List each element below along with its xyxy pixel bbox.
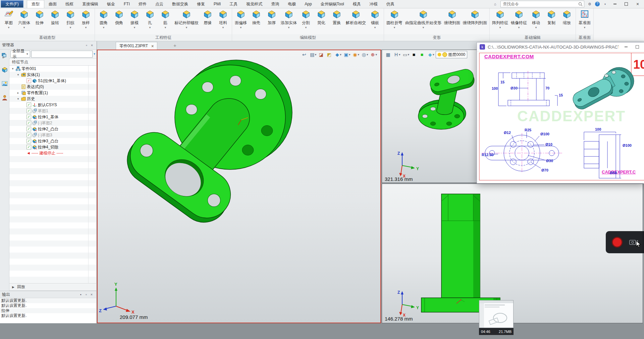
menu-tab-PMI[interactable]: PMI bbox=[209, 0, 225, 8]
model-3d-isometric[interactable]: Y X Z bbox=[98, 50, 382, 323]
dropdown-arrow-icon[interactable]: ▾ bbox=[222, 26, 224, 29]
visibility-checkbox[interactable]: ✓ bbox=[26, 78, 31, 83]
viewport-layout-icon[interactable]: ▦ bbox=[385, 51, 391, 58]
ribbon-button-孔[interactable]: 孔▾ bbox=[143, 9, 157, 30]
ribbon-button-阵列特征[interactable]: 阵列特征▾ bbox=[491, 9, 509, 30]
ribbon-button-缩放[interactable]: 缩放▾ bbox=[559, 9, 574, 30]
recording-preview-thumbnail[interactable] bbox=[479, 300, 514, 328]
fw-maximize-button[interactable] bbox=[633, 44, 642, 50]
menu-tab-钣金[interactable]: 钣金 bbox=[103, 0, 119, 8]
dropdown-arrow-icon[interactable]: ▾ bbox=[518, 26, 520, 29]
tree-node-实体(1)[interactable]: ▾实体(1) bbox=[9, 72, 96, 78]
tree-node-表达式(0)[interactable]: Σ表达式(0) bbox=[9, 84, 96, 90]
dropdown-arrow-icon[interactable]: ▾ bbox=[186, 26, 187, 29]
dropdown-arrow-icon[interactable]: ▾ bbox=[305, 26, 307, 29]
menu-tab-App[interactable]: App bbox=[300, 0, 316, 8]
dropdown-arrow-icon[interactable]: ▾ bbox=[499, 26, 501, 29]
ribbon-button-加厚[interactable]: 加厚▾ bbox=[264, 9, 279, 30]
ribbon-button-圆柱折弯[interactable]: 圆柱折弯▾ bbox=[385, 9, 404, 30]
visibility-checkbox[interactable]: ✓ bbox=[26, 145, 31, 149]
section-view-icon[interactable]: H bbox=[393, 51, 399, 58]
ribbon-button-圆角[interactable]: 圆角▾ bbox=[96, 9, 111, 30]
ribbon-button-简化[interactable]: 简化▾ bbox=[314, 9, 329, 30]
dropdown-arrow-icon[interactable]: ▾ bbox=[70, 26, 71, 29]
render-manager-icon[interactable] bbox=[1, 80, 8, 87]
replay-expander-icon[interactable]: ▶ bbox=[12, 285, 14, 289]
output-window-icon[interactable]: ▪ bbox=[78, 292, 84, 296]
tree-column-header[interactable]: 特征节点 bbox=[9, 59, 96, 66]
menu-tab-修复[interactable]: 修复 bbox=[193, 0, 209, 8]
main-viewport[interactable]: ↩▤▾◪◩◆▾▣▾◉▾◎▾⊕▾ bbox=[97, 50, 381, 323]
dropdown-arrow-icon[interactable]: ▾ bbox=[8, 26, 10, 29]
ribbon-button-镶嵌[interactable]: 镶嵌▾ bbox=[368, 9, 382, 30]
role-manager-icon[interactable] bbox=[1, 94, 8, 101]
close-button[interactable]: × bbox=[633, 1, 642, 7]
fw-minimize-button[interactable] bbox=[622, 44, 630, 50]
file-menu-button[interactable]: 文件(F) bbox=[1, 0, 23, 8]
ribbon-button-坯料[interactable]: 坯料▾ bbox=[216, 9, 230, 30]
dropdown-arrow-icon[interactable]: ▾ bbox=[399, 53, 400, 56]
visibility-checkbox[interactable]: ✓ bbox=[26, 115, 31, 119]
dropdown-arrow-icon[interactable]: ▾ bbox=[103, 26, 105, 29]
search-input[interactable] bbox=[502, 1, 578, 7]
new-tab-button[interactable]: + bbox=[173, 43, 176, 48]
visual-manager-icon[interactable] bbox=[1, 66, 8, 73]
ribbon-button-筋[interactable]: 筋▾ bbox=[158, 9, 173, 30]
tree-node-拉伸3_凸台[interactable]: ✓拉伸3_凸台 bbox=[9, 138, 96, 144]
restore-button[interactable] bbox=[622, 1, 631, 7]
dropdown-arrow-icon[interactable]: ▾ bbox=[584, 26, 586, 29]
tree-node-默认CSYS[interactable]: ✓默认CSYS bbox=[9, 102, 96, 108]
tree-node-S1(拉伸1_基体)[interactable]: ✓S1(拉伸1_基体) bbox=[9, 78, 96, 84]
ribbon-button-抽壳[interactable]: 抽壳▾ bbox=[249, 9, 264, 30]
ribbon-button-放样[interactable]: 放样▾ bbox=[78, 9, 93, 30]
dropdown-arrow-icon[interactable]: ▾ bbox=[240, 26, 242, 29]
ribbon-button-复制[interactable]: 复制▾ bbox=[544, 9, 559, 30]
floating-window-titlebar[interactable]: k C:\...\SOLIDWORKS-CATIA-NX-AUTOCAD-3D-… bbox=[477, 43, 644, 52]
ribbon-button-分割[interactable]: 分割▾ bbox=[299, 9, 313, 30]
menu-tab-FTI[interactable]: FTI bbox=[119, 0, 134, 8]
menu-tab-直接编辑[interactable]: 直接编辑 bbox=[78, 0, 103, 8]
ribbon-button-解析自相交[interactable]: 解析自相交▾ bbox=[345, 9, 367, 30]
visibility-checkbox[interactable]: ✓ bbox=[26, 127, 31, 131]
menu-tab-电极[interactable]: 电极 bbox=[283, 0, 300, 8]
tree-node-拉伸1_基体[interactable]: ✓拉伸1_基体 bbox=[9, 114, 96, 120]
expander-closed-icon[interactable]: ▸ bbox=[16, 91, 20, 94]
expander-open-icon[interactable]: ▾ bbox=[16, 97, 20, 100]
menu-tab-查询[interactable]: 查询 bbox=[267, 0, 283, 8]
menu-tab-视觉样式[interactable]: 视觉样式 bbox=[242, 0, 267, 8]
expander-open-icon[interactable]: ▾ bbox=[11, 67, 15, 70]
menu-tab-金州锅锅Tool[interactable]: 金州锅锅Tool bbox=[316, 0, 348, 8]
dropdown-arrow-icon[interactable]: ▾ bbox=[134, 26, 136, 29]
menu-tab-点云[interactable]: 点云 bbox=[151, 0, 168, 8]
dropdown-arrow-icon[interactable]: ▾ bbox=[149, 26, 151, 29]
visibility-checkbox[interactable]: ✓ bbox=[26, 103, 31, 107]
tree-node-拉伸2_凸台[interactable]: ✓拉伸2_凸台 bbox=[9, 126, 96, 132]
ribbon-button-移动[interactable]: 移动▾ bbox=[529, 9, 543, 30]
panel-pin-icon[interactable]: ▫ bbox=[84, 43, 89, 47]
ribbon-button-缠绕阵列到面[interactable]: 缠绕阵列到面▾ bbox=[462, 9, 488, 30]
dropdown-arrow-icon[interactable]: ▾ bbox=[85, 26, 87, 29]
menu-tab-数据交换[interactable]: 数据交换 bbox=[168, 0, 193, 8]
dropdown-arrow-icon[interactable]: ▾ bbox=[423, 26, 424, 29]
ribbon-button-扫掠[interactable]: 扫掠▾ bbox=[63, 9, 78, 30]
menu-tab-冲模[interactable]: 冲模 bbox=[365, 0, 382, 8]
ribbon-button-六面体[interactable]: 六面体▾ bbox=[17, 9, 32, 30]
ribbon-button-拔模[interactable]: 拔模▾ bbox=[127, 9, 142, 30]
visibility-checkbox[interactable]: ✓ bbox=[26, 133, 31, 137]
menu-tab-模具[interactable]: 模具 bbox=[348, 0, 365, 8]
ribbon-button-倒角[interactable]: 倒角▾ bbox=[112, 9, 126, 30]
tab-close-icon[interactable]: × bbox=[151, 44, 154, 49]
visibility-checkbox[interactable]: ✓ bbox=[26, 121, 31, 125]
ribbon-button-拉伸[interactable]: 拉伸▾ bbox=[32, 9, 47, 30]
minimize-button[interactable] bbox=[610, 1, 619, 7]
ribbon-button-添加实体[interactable]: 添加实体▾ bbox=[280, 9, 298, 30]
filter-text-input[interactable] bbox=[31, 51, 93, 58]
menu-tab-工具[interactable]: 工具 bbox=[225, 0, 242, 8]
command-search[interactable] bbox=[500, 1, 584, 7]
menu-tab-仿真[interactable]: 仿真 bbox=[382, 0, 399, 8]
ribbon-button-唇缘[interactable]: 唇缘▾ bbox=[200, 9, 215, 30]
filter-funnel-icon[interactable] bbox=[94, 52, 95, 57]
record-button[interactable] bbox=[612, 237, 623, 248]
tree-node-零件001[interactable]: ▾零件001 bbox=[9, 66, 96, 72]
document-tab[interactable]: 零件001.Z3PRT × bbox=[116, 42, 157, 50]
